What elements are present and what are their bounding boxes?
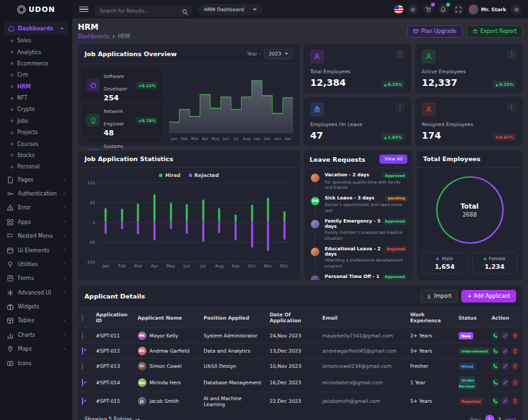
sidebar-item-authentication[interactable]: Authentication› <box>4 187 68 201</box>
edit-button[interactable] <box>502 347 509 355</box>
app-root: UDON HRM Dashboard <box>0 0 528 420</box>
sidebar-item-crm[interactable]: Crm <box>4 69 68 81</box>
sidebar-item-stocks[interactable]: Stocks <box>4 150 68 161</box>
avatar: SC <box>138 362 147 370</box>
delete-button[interactable] <box>512 347 519 355</box>
import-button[interactable]: Import <box>420 290 458 302</box>
card-menu-button[interactable]: ⋮ <box>507 50 516 59</box>
app-logo[interactable]: UDON <box>0 0 73 18</box>
year-select[interactable]: 2023 <box>264 49 293 59</box>
sidebar-item-widgets[interactable]: Widgets <box>4 300 68 314</box>
card-menu-button[interactable]: ⋮ <box>395 50 405 59</box>
card-menu-button[interactable]: ⋮ <box>507 102 516 112</box>
row-checkbox[interactable] <box>82 363 83 370</box>
top-navbar: UDON HRM Dashboard <box>0 0 528 18</box>
pagination-page-1[interactable]: 1 <box>485 415 494 420</box>
trend-badge: 0.25% <box>493 81 516 88</box>
sidebar-item-courses[interactable]: Courses <box>4 138 68 149</box>
month-label: Mar <box>130 263 147 269</box>
sidebar-item-charts[interactable]: Charts› <box>4 328 68 342</box>
call-button[interactable] <box>492 332 499 340</box>
sidebar-item-personal[interactable]: Personal <box>4 161 68 172</box>
month-label: Aug <box>211 263 228 269</box>
female-dot <box>484 258 486 260</box>
call-button[interactable] <box>492 362 499 370</box>
plan-upgrade-button[interactable]: Plan Upgrade <box>407 25 463 38</box>
view-all-button[interactable]: View All <box>380 155 407 164</box>
logo-icon <box>17 5 26 14</box>
status-badge: Approved <box>383 172 407 178</box>
delete-button[interactable] <box>512 378 519 387</box>
search-icon[interactable] <box>182 5 188 18</box>
sidebar-item-nested-menu[interactable]: Nested Menu› <box>4 229 68 243</box>
row-checkbox[interactable] <box>82 347 83 355</box>
sidebar-item-hrm[interactable]: HRM <box>4 81 68 92</box>
sidebar-item-dashboards[interactable]: Dashboards <box>4 22 68 35</box>
month-label: May <box>162 263 179 269</box>
cart-icon[interactable] <box>423 4 434 15</box>
call-button[interactable] <box>492 378 499 387</box>
sidebar-item-error[interactable]: Error› <box>4 201 68 215</box>
edit-button[interactable] <box>502 332 509 340</box>
sidebar-item-apps[interactable]: Apps› <box>4 215 68 229</box>
bar-hired <box>186 204 188 222</box>
row-checkbox[interactable] <box>82 379 83 386</box>
bar-rejected <box>234 222 236 240</box>
export-report-button[interactable]: Export Report <box>467 25 523 38</box>
month-label: oct <box>262 136 273 141</box>
edit-button[interactable] <box>502 362 509 370</box>
edit-button[interactable] <box>502 397 509 405</box>
sidebar-item-advanced-ui[interactable]: Advanced UI› <box>4 286 68 300</box>
notifications-bell-icon[interactable] <box>438 4 449 15</box>
breadcrumb-current: HRM <box>117 34 129 40</box>
delete-button[interactable] <box>512 332 519 340</box>
sidebar-item-sales[interactable]: Sales <box>4 35 68 46</box>
sidebar-item-maps[interactable]: Maps› <box>4 342 68 356</box>
pagination-prev[interactable]: Prev <box>470 417 480 420</box>
row-checkbox[interactable] <box>82 332 83 339</box>
chart-legend: HiredRejected <box>78 172 300 178</box>
pagination-page-2[interactable]: 2 <box>498 417 502 420</box>
sidebar-item-nft[interactable]: NFT <box>4 92 68 104</box>
gridline: 120 <box>98 182 292 183</box>
sidebar-item-utilities[interactable]: Utilities› <box>4 258 68 271</box>
add-applicant-button[interactable]: + Add Applicant <box>461 290 516 302</box>
month-label: Feb <box>180 136 190 141</box>
sidebar-item-tables[interactable]: Tables› <box>4 314 68 328</box>
select-all-checkbox[interactable] <box>82 314 83 322</box>
statistics-bar-chart: 120600-60-120 <box>98 182 292 262</box>
delete-button[interactable] <box>512 362 519 370</box>
breadcrumb-dashboards[interactable]: Dashboards <box>78 34 110 40</box>
pagination-next[interactable]: next <box>505 417 516 420</box>
sidebar-item-crypto[interactable]: Crypto <box>4 104 68 115</box>
sidebar-item-icons[interactable]: Icons <box>4 356 68 370</box>
card-menu-button[interactable]: ⋮ <box>395 102 405 112</box>
avatar <box>310 172 321 184</box>
employees-icon <box>310 50 324 63</box>
search-input[interactable] <box>94 5 193 17</box>
call-button[interactable] <box>492 347 499 355</box>
delete-button[interactable] <box>512 397 519 405</box>
sidebar-item-projects[interactable]: Projects <box>4 127 68 138</box>
menu-toggle-icon[interactable] <box>79 7 88 13</box>
row-checkbox[interactable] <box>82 398 83 405</box>
call-button[interactable] <box>492 397 499 405</box>
sidebar-item-analytics[interactable]: Analytics <box>4 46 68 57</box>
sidebar-item-ui-elements[interactable]: Ui Elements› <box>4 243 68 257</box>
dashboard-select[interactable]: HRM Dashboard <box>198 4 263 15</box>
male-stat: Male 1,654 <box>422 252 468 274</box>
settings-icon[interactable] <box>408 4 418 15</box>
month-label: nov <box>273 136 283 141</box>
edit-button[interactable] <box>502 378 509 387</box>
change-badge: +0.74% <box>136 117 158 124</box>
on-leave-icon <box>310 102 324 116</box>
sidebar-item-jobs[interactable]: Jobs <box>4 116 68 127</box>
language-flag-icon[interactable] <box>394 5 403 14</box>
fullscreen-icon[interactable] <box>453 4 464 15</box>
sidebar-item-forms[interactable]: Forms› <box>4 271 68 285</box>
bar-hired <box>267 197 269 223</box>
gear-icon[interactable] <box>511 4 521 15</box>
sidebar-item-pages[interactable]: Pages› <box>4 173 68 187</box>
sidebar-item-ecommerce[interactable]: Ecommerce <box>4 58 68 69</box>
user-menu[interactable]: Mr. Stark <box>469 5 506 15</box>
